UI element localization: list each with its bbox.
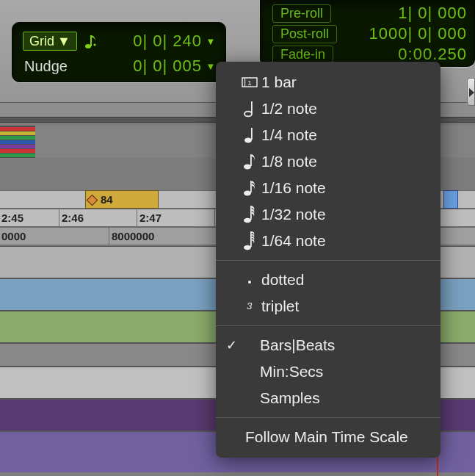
svg-rect-4 (244, 78, 245, 87)
menu-item-label: 1/8 note (260, 153, 317, 170)
menu-item-label: 1/64 note (260, 232, 326, 250)
menu-separator (216, 325, 440, 326)
menu-item-1-bar[interactable]: 1 1 bar (216, 69, 440, 95)
menu-item-label: 1/4 note (260, 126, 317, 144)
menu-item-label: Bars|Beats (260, 336, 335, 354)
eighth-note-icon (239, 153, 260, 170)
postroll-value[interactable]: 1000| 0| 000 (337, 24, 467, 43)
svg-text:1: 1 (247, 79, 251, 87)
triplet-icon: 3 (239, 300, 260, 313)
ruler-tick: 2:47 (139, 212, 162, 224)
thirtysecond-note-icon (239, 205, 260, 224)
svg-point-6 (244, 112, 252, 117)
menu-item-min-secs[interactable]: Min:Secs (216, 358, 440, 385)
menu-item-samples[interactable]: Samples (216, 385, 440, 411)
menu-item-quarter-note[interactable]: 1/4 note (216, 122, 440, 148)
sixteenth-note-icon (239, 179, 260, 197)
svg-rect-15 (250, 206, 252, 220)
preroll-button[interactable]: Pre-roll (272, 4, 331, 23)
ruler-tick: 2:45 (1, 212, 23, 224)
menu-item-half-note[interactable]: 1/2 note (216, 95, 440, 122)
nudge-value-menu-trigger[interactable]: ▼ (205, 61, 217, 72)
nudge-value[interactable]: 0| 0| 005 (68, 57, 202, 76)
marker-label: 84 (101, 193, 113, 206)
menu-item-dotted[interactable]: dotted (216, 267, 440, 293)
nudge-label: Nudge (23, 58, 68, 75)
bar-icon: 1 (239, 76, 260, 88)
grid-note-icon[interactable] (84, 33, 98, 49)
marker-blue[interactable] (443, 190, 458, 209)
menu-separator (216, 260, 440, 261)
preroll-value[interactable]: 1| 0| 000 (331, 4, 467, 23)
svg-point-16 (244, 245, 251, 250)
ruler-tick: 2:46 (62, 212, 84, 224)
svg-text:3: 3 (247, 300, 253, 311)
sixtyfourth-note-icon (239, 231, 260, 251)
menu-item-label: 1 bar (260, 73, 297, 91)
svg-rect-13 (250, 181, 252, 192)
svg-point-0 (85, 44, 91, 48)
half-note-icon (239, 100, 260, 118)
track-color-strips (0, 126, 35, 158)
menu-item-label: 1/32 note (260, 206, 326, 223)
svg-point-12 (244, 191, 251, 196)
menu-item-triplet[interactable]: 3 triplet (216, 293, 440, 320)
fadein-button[interactable]: Fade-in (272, 46, 333, 64)
svg-point-18 (248, 281, 251, 284)
svg-point-2 (93, 43, 95, 46)
menu-item-label: Samples (260, 389, 320, 407)
menu-item-label: 1/16 note (260, 179, 326, 197)
menu-item-sixteenth-note[interactable]: 1/16 note (216, 175, 440, 201)
menu-item-bars-beats[interactable]: ✓ Bars|Beats (216, 332, 440, 358)
menu-item-label: 1/2 note (260, 100, 317, 118)
quarter-note-icon (239, 126, 260, 144)
dot-icon (239, 274, 260, 286)
svg-rect-11 (250, 154, 252, 166)
svg-rect-17 (250, 231, 252, 247)
menu-item-label: Min:Secs (260, 363, 323, 381)
marker-84[interactable]: 84 (85, 190, 159, 209)
menu-item-sixtyfourth-note[interactable]: 1/64 note (216, 228, 440, 254)
svg-rect-7 (251, 101, 253, 113)
grid-value-menu-trigger[interactable]: ▼ (205, 36, 217, 47)
grid-mode-label: Grid (29, 34, 54, 49)
menu-item-eighth-note[interactable]: 1/8 note (216, 148, 440, 175)
preroll-display: Pre-roll 1| 0| 000 Post-roll 1000| 0| 00… (260, 0, 475, 67)
svg-rect-1 (90, 35, 92, 46)
menu-item-label: Follow Main Time Scale (223, 428, 408, 446)
menu-separator (216, 417, 440, 418)
svg-rect-9 (251, 128, 253, 140)
menu-item-thirtysecond-note[interactable]: 1/32 note (216, 201, 440, 228)
svg-point-10 (244, 165, 251, 170)
menu-item-label: dotted (260, 271, 304, 289)
grid-value-menu: 1 1 bar 1/2 note 1/4 note 1/8 note 1/16 … (216, 62, 440, 458)
ruler-tick: 0000 (1, 230, 26, 242)
toolbar-button[interactable] (467, 78, 475, 106)
postroll-button[interactable]: Post-roll (272, 25, 337, 43)
svg-point-14 (244, 218, 251, 223)
menu-item-label: triplet (260, 298, 299, 315)
grid-mode-button[interactable]: Grid ▼ (23, 32, 77, 51)
checkmark-icon: ✓ (223, 337, 239, 353)
grid-value[interactable]: 0| 0| 240 (98, 32, 202, 51)
dropdown-triangle-icon: ▼ (57, 34, 70, 49)
ruler-tick: 8000000 (112, 230, 154, 242)
svg-point-8 (244, 138, 252, 143)
grid-nudge-display: Grid ▼ 0| 0| 240 ▼ Nudge 0| 0| 005 ▼ (12, 22, 226, 82)
play-triangle-icon (469, 88, 474, 97)
menu-item-follow-main-time-scale[interactable]: Follow Main Time Scale (216, 424, 440, 450)
